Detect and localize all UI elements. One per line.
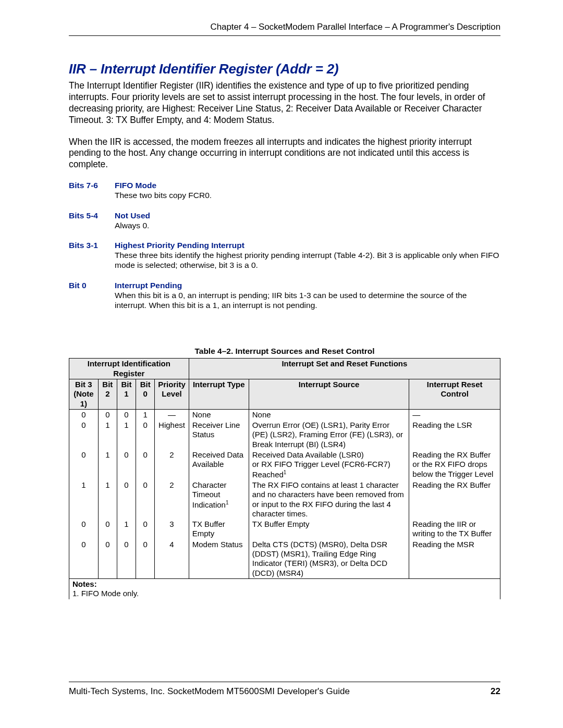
table-cell: 0 xyxy=(117,450,136,480)
th-source: Interrupt Source xyxy=(249,379,409,409)
table-cell: 0 xyxy=(98,519,117,539)
header-rule xyxy=(69,35,500,36)
page-number: 22 xyxy=(491,686,500,697)
bit-label: Bit 0 xyxy=(69,281,115,311)
bit-name: Highest Priority Pending Interrupt xyxy=(115,241,500,250)
bit-definitions: Bits 7-6FIFO ModeThese two bits copy FCR… xyxy=(69,181,500,310)
bit-label: Bits 3-1 xyxy=(69,241,115,270)
bit-label: Bits 7-6 xyxy=(69,181,115,200)
table-cell: 0 xyxy=(69,519,99,539)
th-type: Interrupt Type xyxy=(189,379,249,409)
table-cell: TX Buffer Empty xyxy=(249,519,409,539)
table-cell: 4 xyxy=(155,539,189,579)
th-group-iir: Interrupt Identification Register xyxy=(69,359,189,379)
table-cell: Receiver Line Status xyxy=(189,420,249,450)
bit-content: Highest Priority Pending InterruptThese … xyxy=(115,241,500,270)
table-cell: Reading the RX Buffer or the RX FIFO dro… xyxy=(409,450,500,480)
table-cell: Received Data Available xyxy=(189,450,249,480)
table-cell: — xyxy=(409,409,500,420)
bit-description: These two bits copy FCR0. xyxy=(115,190,500,200)
th-bit3: Bit 3(Note 1) xyxy=(69,379,99,409)
table-row: 00103TX Buffer EmptyTX Buffer EmptyReadi… xyxy=(69,519,500,539)
intro-paragraph-1: The Interrupt Identifier Register (IIR) … xyxy=(69,80,500,126)
bit-name: Not Used xyxy=(115,211,500,220)
table-cell: 0 xyxy=(69,409,99,420)
bit-row: Bit 0Interrupt PendingWhen this bit is a… xyxy=(69,281,500,311)
table-cell: None xyxy=(249,409,409,420)
table-cell: 0 xyxy=(117,539,136,579)
intro-paragraph-2: When the IIR is accessed, the modem free… xyxy=(69,137,500,171)
table-cell: 0 xyxy=(69,539,99,579)
table-cell: 0 xyxy=(117,409,136,420)
table-row: 0110HighestReceiver Line StatusOverrun E… xyxy=(69,420,500,450)
bit-content: Not UsedAlways 0. xyxy=(115,211,500,230)
th-reset: Interrupt ResetControl xyxy=(409,379,500,409)
chapter-header: Chapter 4 – SocketModem Parallel Interfa… xyxy=(69,22,500,32)
table-cell: Reading the RX Buffer xyxy=(409,480,500,519)
table-cell: Modem Status xyxy=(189,539,249,579)
table-row: 00004Modem StatusDelta CTS (DCTS) (MSR0)… xyxy=(69,539,500,579)
table-cell: — xyxy=(155,409,189,420)
table-cell: 0 xyxy=(136,539,155,579)
bit-row: Bits 3-1Highest Priority Pending Interru… xyxy=(69,241,500,270)
th-group-functions: Interrupt Set and Reset Functions xyxy=(189,359,500,379)
bit-description: These three bits identify the highest pr… xyxy=(115,250,500,270)
table-cell: 3 xyxy=(155,519,189,539)
table-cell: 1 xyxy=(98,480,117,519)
table-cell: 0 xyxy=(98,539,117,579)
table-cell: TX Buffer Empty xyxy=(189,519,249,539)
table-row: 0001—NoneNone— xyxy=(69,409,500,420)
table-cell: 2 xyxy=(155,450,189,480)
table-cell: Character Timeout Indication1 xyxy=(189,480,249,519)
bit-description: When this bit is a 0, an interrupt is pe… xyxy=(115,290,500,311)
bit-name: Interrupt Pending xyxy=(115,281,500,290)
table-cell: 0 xyxy=(136,450,155,480)
table-cell: 0 xyxy=(69,450,99,480)
bit-label: Bits 5-4 xyxy=(69,211,115,230)
table-cell: Delta CTS (DCTS) (MSR0), Delta DSR (DDST… xyxy=(249,539,409,579)
table-cell: Overrun Error (OE) (LSR1), Parity Error … xyxy=(249,420,409,450)
table-cell: 2 xyxy=(155,480,189,519)
bit-description: Always 0. xyxy=(115,220,500,230)
table-cell: Reading the LSR xyxy=(409,420,500,450)
bit-content: Interrupt PendingWhen this bit is a 0, a… xyxy=(115,281,500,311)
table-cell: Reading the MSR xyxy=(409,539,500,579)
table-cell: 0 xyxy=(136,480,155,519)
table-cell: 0 xyxy=(98,409,117,420)
th-bit0: Bit 0 xyxy=(136,379,155,409)
table-notes: Notes:1. FIFO Mode only. xyxy=(69,578,500,599)
table-cell: 1 xyxy=(98,450,117,480)
bit-row: Bits 7-6FIFO ModeThese two bits copy FCR… xyxy=(69,181,500,200)
table-cell: Received Data Available (LSR0)or RX FIFO… xyxy=(249,450,409,480)
table-cell: The RX FIFO contains at least 1 characte… xyxy=(249,480,409,519)
table-cell: Reading the IIR or writing to the TX Buf… xyxy=(409,519,500,539)
table-row: 01002Received Data AvailableReceived Dat… xyxy=(69,450,500,480)
page-footer: Multi-Tech Systems, Inc. SocketModem MT5… xyxy=(69,682,500,697)
table-row: 11002Character Timeout Indication1The RX… xyxy=(69,480,500,519)
table-cell: Highest xyxy=(155,420,189,450)
th-bit1: Bit 1 xyxy=(117,379,136,409)
table-cell: 1 xyxy=(136,409,155,420)
table-cell: 1 xyxy=(98,420,117,450)
bit-content: FIFO ModeThese two bits copy FCR0. xyxy=(115,181,500,200)
table-cell: 1 xyxy=(69,480,99,519)
footer-rule xyxy=(69,682,500,682)
table-caption: Table 4–2. Interrupt Sources and Reset C… xyxy=(69,347,500,356)
bit-row: Bits 5-4Not UsedAlways 0. xyxy=(69,211,500,230)
table-cell: 0 xyxy=(117,480,136,519)
th-priority: PriorityLevel xyxy=(155,379,189,409)
table-cell: 0 xyxy=(69,420,99,450)
table-cell: None xyxy=(189,409,249,420)
table-cell: 0 xyxy=(136,420,155,450)
table-cell: 1 xyxy=(117,519,136,539)
table-cell: 1 xyxy=(117,420,136,450)
th-bit2: Bit 2 xyxy=(98,379,117,409)
interrupt-table: Interrupt Identification Register Interr… xyxy=(69,358,500,599)
footer-title: Multi-Tech Systems, Inc. SocketModem MT5… xyxy=(69,686,350,697)
table-cell: 0 xyxy=(136,519,155,539)
section-title: IIR – Interrupt Identifier Register (Add… xyxy=(69,61,500,77)
bit-name: FIFO Mode xyxy=(115,181,500,190)
